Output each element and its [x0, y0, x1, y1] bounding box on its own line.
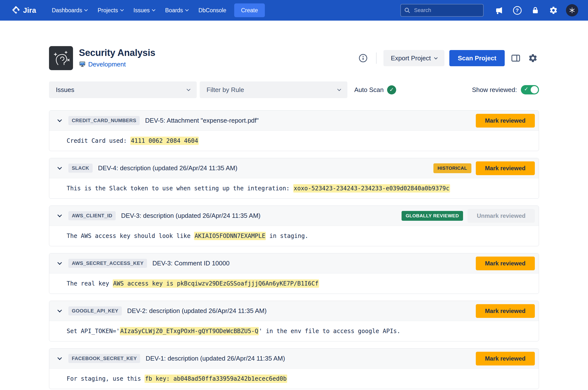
review-action-button[interactable]: Mark reviewed [476, 114, 535, 128]
header-actions: Export Project Scan Project [351, 50, 539, 66]
review-action-button[interactable]: Unmark reviewed [468, 209, 535, 223]
finding-title: DEV-4: description (updated 26/Apr/24 11… [98, 164, 237, 172]
project-avatar [49, 46, 73, 70]
rule-badge: GOOGLE_API_KEY [68, 306, 122, 315]
rule-badge: FACEBOOK_SECRET_KEY [68, 354, 140, 363]
collapse-chevron-icon[interactable] [57, 260, 62, 266]
finding-header: GOOGLE_API_KEY DEV-2: description (updat… [49, 301, 539, 321]
rule-badge: SLACK [68, 164, 93, 173]
finding-header-actions: Mark reviewed [476, 352, 535, 365]
nav-menu: Dashboards Projects Issues Boards DbCons… [48, 4, 230, 17]
nav-item-boards[interactable]: Boards [161, 4, 192, 17]
collapse-chevron-icon[interactable] [57, 308, 62, 314]
finding-header: FACEBOOK_SECRET_KEY DEV-1: description (… [49, 348, 539, 369]
auto-scan-check-icon[interactable]: ✓ [387, 85, 396, 95]
page-title: Security Analysis [79, 48, 155, 58]
auto-scan: Auto Scan ✓ [354, 85, 396, 95]
chevron-down-icon [84, 8, 88, 11]
rule-filter-label: Filter by Rule [206, 86, 244, 94]
search-input[interactable] [400, 4, 484, 17]
jira-logo[interactable]: Jira [11, 5, 36, 16]
rule-badge: AWS_CLIENT_ID [68, 211, 116, 220]
review-action-button[interactable]: Mark reviewed [476, 161, 535, 175]
finding-header-actions: HISTORICAL Mark reviewed [433, 161, 535, 175]
nav-item-projects[interactable]: Projects [94, 4, 127, 17]
finding-header-actions: Mark reviewed [476, 304, 535, 318]
search-icon [404, 7, 411, 14]
project-link[interactable]: Development [88, 61, 126, 68]
chevron-down-icon [120, 8, 123, 11]
body-text-segment: This is the Slack token to use when sett… [67, 185, 293, 192]
issues-filter-select[interactable]: Issues [49, 81, 197, 98]
secret-highlight: xoxo-523423-234243-234233-e039d02840a0b9… [293, 184, 450, 193]
chevron-down-icon [187, 87, 191, 91]
finding-header: CREDIT_CARD_NUMBERS DEV-5: Attachment "e… [49, 111, 539, 131]
create-button[interactable]: Create [234, 3, 265, 17]
finding-card: AWS_CLIENT_ID DEV-3: description (update… [49, 205, 539, 246]
monitor-icon [79, 61, 86, 68]
user-avatar[interactable] [566, 4, 578, 16]
finding-body: The AWS access key should look like AKIA… [49, 226, 539, 246]
settings-gear-icon[interactable] [548, 5, 559, 16]
main-content: Security Analysis Development [49, 46, 539, 389]
scan-project-button[interactable]: Scan Project [449, 50, 505, 66]
collapse-chevron-icon[interactable] [57, 165, 62, 171]
secret-highlight: fb key: ab048ad50ffa33959a242b1ecec6ed0b [145, 375, 287, 383]
toggle-check-icon: ✓ [524, 86, 528, 92]
filter-toolbar: Issues Filter by Rule Auto Scan ✓ Show r… [49, 81, 539, 98]
body-text-segment: Set API_TOKEN=' [67, 328, 120, 335]
finding-title: DEV-1: description (updated 26/Apr/24 11… [146, 355, 285, 362]
page-settings-gear-icon[interactable] [527, 52, 539, 64]
finding-card: FACEBOOK_SECRET_KEY DEV-1: description (… [49, 348, 539, 389]
body-text-segment: in staging. [266, 233, 308, 239]
finding-header: AWS_CLIENT_ID DEV-3: description (update… [49, 206, 539, 226]
lock-icon[interactable] [530, 5, 541, 16]
export-project-button[interactable]: Export Project [383, 50, 444, 66]
collapse-chevron-icon[interactable] [57, 356, 62, 362]
collapse-chevron-icon[interactable] [57, 213, 62, 219]
finding-header: AWS_SECRET_ACCESS_KEY DEV-3: Comment ID … [49, 253, 539, 274]
finding-card: CREDIT_CARD_NUMBERS DEV-5: Attachment "e… [49, 110, 539, 151]
nav-item-label: Boards [165, 7, 183, 14]
finding-title: DEV-5: Attachment "expense-report.pdf" [145, 117, 259, 124]
announcements-megaphone-icon[interactable] [493, 5, 505, 16]
finding-header-actions: Mark reviewed [476, 114, 535, 128]
body-text-segment: For staging, use this [67, 375, 145, 382]
question-mark: ? [513, 6, 522, 15]
issues-filter-label: Issues [56, 86, 74, 94]
chevron-down-icon [434, 56, 437, 59]
body-text-segment: The real key [67, 280, 113, 287]
show-reviewed-toggle[interactable]: ✓ [521, 85, 539, 95]
review-action-button[interactable]: Mark reviewed [476, 304, 535, 318]
finding-card: AWS_SECRET_ACCESS_KEY DEV-3: Comment ID … [49, 253, 539, 294]
snowflake-avatar-icon [569, 7, 576, 14]
secret-highlight: 4111 0062 2084 4604 [130, 137, 199, 145]
nav-item-dashboards[interactable]: Dashboards [48, 4, 91, 17]
review-action-button[interactable]: Mark reviewed [476, 352, 535, 365]
rule-filter-select[interactable]: Filter by Rule [200, 81, 348, 98]
finding-card: SLACK DEV-4: description (updated 26/Apr… [49, 158, 539, 199]
help-icon[interactable]: ? [511, 5, 523, 16]
rule-badge: AWS_SECRET_ACCESS_KEY [68, 259, 147, 268]
info-icon[interactable] [357, 52, 369, 64]
chevron-down-icon [185, 8, 189, 11]
nav-item-label: Issues [134, 7, 150, 14]
collapse-chevron-icon[interactable] [57, 118, 62, 124]
finding-body: This is the Slack token to use when sett… [49, 178, 539, 198]
review-action-button[interactable]: Mark reviewed [476, 257, 535, 270]
nav-right-cluster: ? [400, 4, 578, 17]
finding-body: For staging, use this fb key: ab048ad50f… [49, 369, 539, 389]
finding-title: DEV-3: Comment ID 10000 [152, 259, 230, 267]
detail-panel-icon[interactable] [510, 52, 522, 64]
status-badge: GLOBALLY REVIEWED [401, 211, 463, 221]
secret-highlight: AWS access key is pkBcqiwzv29DEzGSSoafjj… [113, 279, 319, 288]
top-navigation: Jira Dashboards Projects Issues Boards D… [0, 0, 588, 21]
toggle-knob [531, 86, 538, 94]
finding-body: Set API_TOKEN='AIzaSyCLWjZ0_ETxgPOxH-gQY… [49, 321, 539, 341]
finding-header-actions: GLOBALLY REVIEWED Unmark reviewed [401, 209, 535, 223]
body-text-segment: Credit Card used: [67, 137, 130, 144]
nav-item-dbconsole[interactable]: DbConsole [195, 4, 230, 17]
export-project-label: Export Project [391, 54, 431, 62]
nav-item-issues[interactable]: Issues [130, 4, 159, 17]
show-reviewed: Show reviewed: ✓ [472, 85, 539, 95]
